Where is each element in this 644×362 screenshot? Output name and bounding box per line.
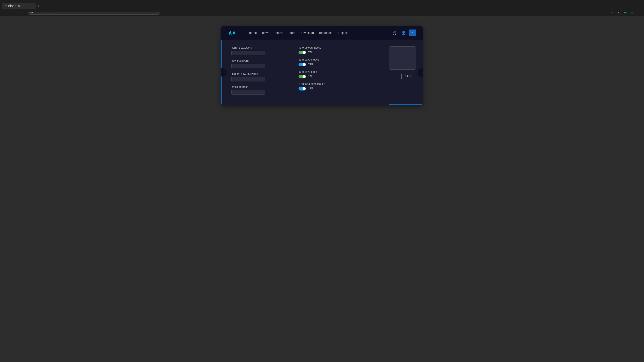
avatar-upload-area[interactable]: [389, 46, 416, 70]
nav-resources[interactable]: resources: [319, 31, 332, 35]
nav-moovs[interactable]: moovs: [274, 31, 284, 35]
next-arrow-button[interactable]: ›: [418, 68, 422, 76]
current-password-group: current password: [232, 46, 295, 55]
email-label: email address: [232, 85, 295, 88]
browser-chrome: minipad ✕ +: [0, 0, 644, 12]
auto-upload-status: ON: [308, 51, 312, 54]
auto-upload-toggle[interactable]: [298, 51, 306, 54]
app-content: ‹ current password new password confirm …: [221, 39, 422, 105]
active-tab[interactable]: minipad ✕: [2, 3, 36, 9]
auto-upload-label: auto-upload moovs: [298, 46, 362, 49]
tab-bar: minipad ✕ +: [2, 2, 41, 9]
user-avatar[interactable]: ▪: [409, 29, 416, 36]
auto-upload-group: auto-upload moovs ON: [298, 46, 362, 54]
nav-store[interactable]: store: [289, 31, 296, 35]
right-section: SAVE: [366, 46, 416, 98]
nav-projects[interactable]: projects: [338, 31, 348, 35]
two-factor-row: OFF: [298, 87, 362, 90]
confirm-password-label: confirm new password: [232, 72, 295, 75]
bottom-accent-bar: [389, 104, 422, 105]
auto-save-pape-row: ON: [298, 75, 362, 78]
cart-icon[interactable]: 🛒: [392, 30, 398, 36]
auto-upload-row: ON: [298, 51, 362, 54]
two-factor-toggle[interactable]: [298, 87, 306, 90]
two-factor-label: 2-factor authentication: [298, 82, 362, 85]
new-tab-button[interactable]: +: [36, 3, 41, 9]
app-navbar: ∧∧ home news moovs store download resour…: [221, 26, 422, 39]
form-section: current password new password confirm ne…: [228, 46, 295, 98]
logo-symbol: ∧∧: [228, 30, 236, 36]
confirm-password-input[interactable]: [232, 77, 265, 81]
nav-download[interactable]: download: [301, 31, 314, 35]
auto-save-moovs-label: auto-save moovs: [298, 58, 362, 61]
current-password-label: current password: [232, 46, 295, 49]
auto-save-moovs-toggle[interactable]: [298, 63, 306, 66]
tab-title: minipad: [5, 4, 16, 8]
auto-save-moovs-status: OFF: [308, 63, 313, 66]
auto-save-moovs-group: auto-save moovs OFF: [298, 58, 362, 66]
nav-icons: 🛒 👤 ▪: [392, 29, 416, 36]
new-password-label: new password: [232, 59, 295, 62]
auto-save-pape-toggle[interactable]: [298, 75, 306, 78]
account-icon[interactable]: 👤: [400, 30, 406, 36]
toggle-section: auto-upload moovs ON auto-save moovs OFF…: [295, 46, 366, 98]
prev-arrow-button[interactable]: ‹: [221, 68, 226, 76]
confirm-password-group: confirm new password: [232, 72, 295, 81]
nav-news[interactable]: news: [262, 31, 269, 35]
auto-save-pape-group: auto-save pape ON: [298, 70, 362, 78]
email-input[interactable]: [232, 90, 265, 94]
nav-links: home news moovs store download resources…: [249, 31, 348, 35]
app-logo: ∧∧: [228, 30, 236, 36]
email-group: email address: [232, 85, 295, 94]
nav-home[interactable]: home: [249, 31, 257, 35]
save-button[interactable]: SAVE: [401, 74, 416, 79]
auto-save-pape-status: ON: [308, 75, 312, 78]
new-password-input[interactable]: [232, 64, 265, 68]
two-factor-status: OFF: [308, 87, 313, 90]
app-card: ∧∧ home news moovs store download resour…: [221, 26, 422, 105]
tab-close-button[interactable]: ✕: [18, 4, 20, 7]
new-password-group: new password: [232, 59, 295, 68]
two-factor-group: 2-factor authentication OFF: [298, 82, 362, 90]
content-area: ∧∧ home news moovs store download resour…: [0, 16, 644, 362]
auto-save-pape-label: auto-save pape: [298, 70, 362, 73]
auto-save-moovs-row: OFF: [298, 63, 362, 66]
current-password-input[interactable]: [232, 51, 265, 55]
